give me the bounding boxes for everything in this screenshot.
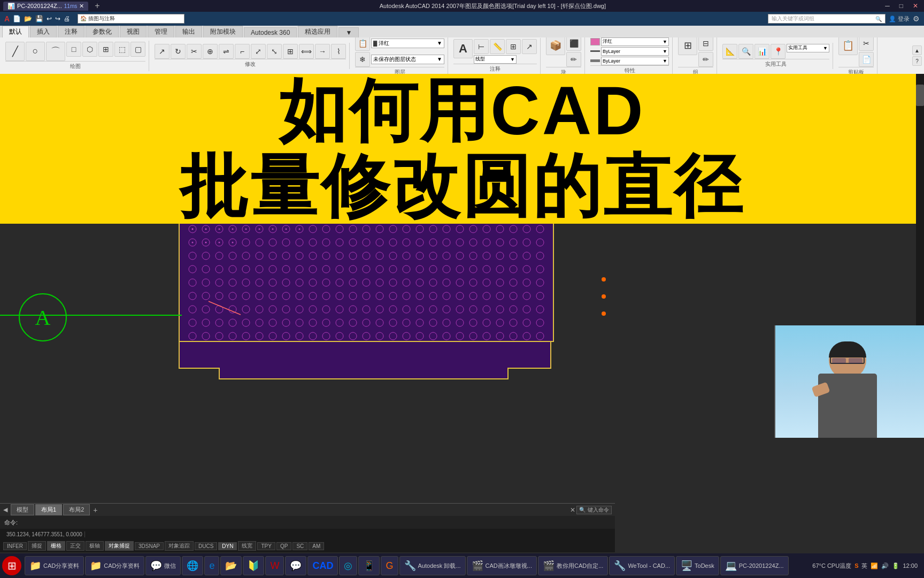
measure-tool[interactable]: 📐	[722, 44, 737, 59]
hatch-tool[interactable]: ⊞	[98, 42, 113, 57]
layer-freeze-icon[interactable]: ❄	[355, 52, 370, 67]
close-panel-button[interactable]: ✕	[570, 506, 575, 514]
copy-tool[interactable]: ⊕	[203, 44, 218, 59]
leader-tool[interactable]: ↗	[522, 39, 537, 54]
taskbar-browser[interactable]: 🌐	[182, 556, 203, 575]
taskbar-cad-video[interactable]: 🎬 CAD画冰墩墩视...	[467, 556, 537, 575]
mode-snap[interactable]: 捕捉	[28, 541, 46, 551]
settings-icon[interactable]: ⚙	[913, 14, 920, 23]
taskbar-tim[interactable]: 📱	[358, 556, 380, 575]
tab-layout1[interactable]: 布局1	[35, 504, 62, 515]
search-icon[interactable]: 🔍	[875, 16, 882, 22]
help-button[interactable]: ?	[912, 56, 922, 66]
table-tool[interactable]: ⊞	[506, 39, 521, 54]
mode-polar[interactable]: 极轴	[86, 541, 104, 551]
line-tool[interactable]: ╱	[5, 42, 25, 61]
trim-tool[interactable]: ✂	[187, 44, 202, 59]
browser-tab[interactable]: 📊 PC-20201224Z... 11ms ✕	[3, 2, 88, 11]
extend-tool[interactable]: →	[315, 44, 330, 59]
taskbar-cad-app[interactable]: CAD	[307, 556, 338, 575]
mode-infer[interactable]: INFER	[3, 542, 27, 550]
layer-props-icon[interactable]: 📋	[355, 37, 370, 51]
taskbar-autocad[interactable]: 🔧 Autodesk 卸载...	[399, 556, 466, 575]
taskbar-360[interactable]: 🔰	[243, 556, 264, 575]
mode-lweight[interactable]: 线宽	[238, 541, 256, 551]
qat-open[interactable]: 📂	[24, 15, 32, 22]
qat-undo[interactable]: ↩	[47, 15, 52, 22]
poly-tool[interactable]: ⬡	[82, 42, 97, 57]
scale-tool[interactable]: ⤡	[267, 44, 282, 59]
mode-3dsnap[interactable]: 3DSNAP	[135, 542, 164, 550]
volume-icon[interactable]: 🔊	[881, 562, 889, 569]
mode-qp[interactable]: QP	[276, 542, 291, 550]
user-icon[interactable]: 👤 登录	[889, 15, 910, 23]
taskbar-folder[interactable]: 📂	[220, 556, 242, 575]
close-tab-icon[interactable]: ✕	[79, 3, 84, 10]
new-tab-button[interactable]: +	[91, 1, 103, 11]
taskbar-cad-share2[interactable]: 📁 CAD分享资料	[85, 556, 144, 575]
tab-insert[interactable]: 插入	[30, 26, 57, 37]
mirror-tool[interactable]: ⇌	[219, 44, 234, 59]
circle-tool[interactable]: ○	[26, 42, 45, 61]
taskbar-qishi[interactable]: ◎	[339, 556, 357, 575]
offset-tool[interactable]: ⟺	[299, 44, 314, 59]
array-tool[interactable]: ⊞	[283, 44, 298, 59]
layer-dropdown[interactable]: ▓ 洋红 ▼	[371, 39, 444, 48]
linear-dim-tool[interactable]: ⊢	[474, 39, 489, 54]
start-button[interactable]: ⊞	[2, 556, 21, 575]
tab-view[interactable]: 视图	[120, 26, 147, 37]
tab-more[interactable]: ▼	[338, 27, 359, 37]
command-input[interactable]	[18, 519, 611, 526]
mode-dyn[interactable]: DYN	[218, 542, 237, 550]
mode-ortho[interactable]: 正交	[66, 541, 84, 551]
mode-ducs[interactable]: DUCS	[195, 542, 217, 550]
qat-print[interactable]: 🖨	[64, 15, 70, 22]
tab-addins[interactable]: 附加模块	[203, 26, 243, 37]
cut-tool[interactable]: ✂	[859, 37, 874, 51]
mode-grid[interactable]: 栅格	[47, 541, 65, 551]
taskbar-wechat[interactable]: 💬 微信	[145, 556, 181, 575]
dim-style-tool[interactable]: 📏	[490, 39, 505, 54]
minimize-button[interactable]: ─	[882, 2, 892, 10]
arc-tool[interactable]: ⌒	[46, 42, 65, 61]
taskbar-gtools[interactable]: G	[381, 556, 398, 575]
ribbon-collapse-button[interactable]: ▲	[912, 45, 922, 55]
wipeout-tool[interactable]: ▢	[130, 42, 145, 57]
taskbar-cad-custom[interactable]: 🎬 教你用CAD自定...	[538, 556, 608, 575]
lineweight-dropdown[interactable]: ByLayer ▼	[601, 57, 669, 65]
block-edit-tool[interactable]: ✏	[566, 52, 581, 67]
color-dropdown[interactable]: 洋红 ▼	[601, 37, 669, 46]
move-tool[interactable]: ↗	[155, 44, 170, 59]
tab-output[interactable]: 输出	[175, 26, 202, 37]
tab-a360[interactable]: Autodesk 360	[244, 27, 297, 37]
sougou-icon[interactable]: S	[854, 562, 858, 569]
utility-dropdown[interactable]: 实用工具▼	[787, 44, 829, 52]
search-input[interactable]: 输入关键字或词组 🔍	[768, 14, 886, 24]
tab-left-arrow[interactable]: ◀	[3, 506, 10, 513]
tab-manage[interactable]: 管理	[148, 26, 174, 37]
qat-redo[interactable]: ↪	[55, 15, 60, 22]
rotate-tool[interactable]: ↻	[171, 44, 186, 59]
fillet-tool[interactable]: ⌐	[235, 44, 250, 59]
break-tool[interactable]: ⌇	[331, 44, 346, 59]
taskbar-ie[interactable]: e	[204, 556, 219, 575]
paste-tool[interactable]: 📋	[838, 37, 858, 55]
group-edit-tool[interactable]: ✏	[698, 52, 713, 67]
mode-am[interactable]: AM	[309, 542, 324, 550]
add-layout-button[interactable]: +	[93, 506, 97, 514]
markup-tool[interactable]: 🔍	[738, 44, 753, 59]
text-style-dropdown[interactable]: 线型▼	[474, 55, 517, 64]
linetype-dropdown[interactable]: ByLayer ▼	[601, 47, 669, 56]
tab-default[interactable]: 默认	[2, 26, 29, 37]
taskbar-todesk[interactable]: 🖥️ ToDesk	[676, 556, 719, 575]
maximize-button[interactable]: □	[897, 2, 906, 10]
group-tool[interactable]: ⊞	[678, 37, 697, 55]
ime-display[interactable]: 英	[861, 562, 867, 570]
taskbar-pc[interactable]: 💻 PC-20201224Z...	[720, 556, 789, 575]
mode-otrack[interactable]: 对象追踪	[165, 541, 194, 551]
close-button[interactable]: ✕	[910, 2, 921, 10]
region-tool[interactable]: ⬚	[114, 42, 129, 57]
scroll-thumb[interactable]	[916, 85, 924, 106]
command-search-bar[interactable]: 🔍 键入命令	[576, 506, 612, 514]
insert-block-tool[interactable]: 📦	[546, 37, 565, 55]
